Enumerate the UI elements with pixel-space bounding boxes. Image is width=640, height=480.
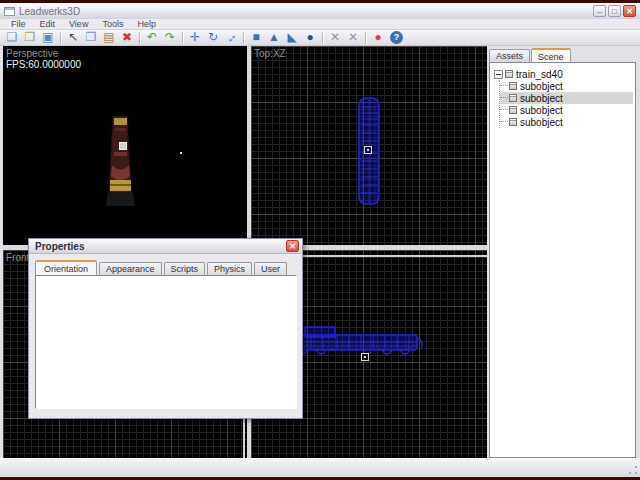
- tree-child-label: subobject: [520, 81, 563, 92]
- zoom-extents-icon[interactable]: ✕: [326, 30, 344, 45]
- cone-icon[interactable]: ▲: [265, 30, 283, 45]
- resize-grip-icon[interactable]: [628, 465, 637, 474]
- viewport-top[interactable]: Top:XZ: [251, 46, 487, 245]
- app-window: Leadwerks3D – □ ✕ File Edit View Tools H…: [0, 0, 640, 480]
- subobject-icon: [509, 94, 517, 102]
- toolbar-separator: [60, 32, 61, 44]
- dialog-title-bar[interactable]: Properties ✕: [29, 239, 302, 254]
- train-model-perspective[interactable]: [100, 110, 140, 210]
- title-bar[interactable]: Leadwerks3D – □ ✕: [0, 3, 640, 19]
- side-panel-tabs: Assets Scene: [489, 47, 572, 62]
- toolbar-separator: [322, 32, 323, 44]
- properties-dialog: Properties ✕ Orientation Appearance Scri…: [28, 238, 303, 419]
- tree-child-row[interactable]: subobject: [500, 92, 633, 104]
- new-file-icon[interactable]: ❏: [3, 30, 21, 45]
- tab-appearance[interactable]: Appearance: [99, 262, 162, 275]
- tree-child-label: subobject: [520, 105, 563, 116]
- tab-physics[interactable]: Physics: [207, 262, 252, 275]
- tree-child-row[interactable]: subobject: [500, 104, 633, 116]
- tree-root-row[interactable]: train_sd40: [494, 68, 633, 80]
- tree-child-label: subobject: [520, 93, 563, 104]
- help-icon[interactable]: ?: [390, 31, 403, 44]
- status-bar: [0, 458, 640, 477]
- model-icon: [505, 70, 513, 78]
- dialog-title: Properties: [35, 241, 84, 252]
- save-icon[interactable]: ▣: [39, 30, 57, 45]
- toolbar-separator: [365, 32, 366, 44]
- close-icon[interactable]: ✕: [623, 5, 636, 17]
- subobject-icon: [509, 118, 517, 126]
- dialog-close-icon[interactable]: ✕: [286, 240, 299, 252]
- run-game-icon[interactable]: ●: [369, 30, 387, 45]
- dialog-content-area: [35, 275, 297, 409]
- selection-handle[interactable]: [119, 142, 127, 150]
- menu-edit[interactable]: Edit: [33, 19, 63, 29]
- tab-user[interactable]: User: [254, 262, 287, 275]
- toolbar-separator: [182, 32, 183, 44]
- viewport-perspective[interactable]: Perspective FPS:60.0000000: [3, 46, 247, 245]
- menu-tools[interactable]: Tools: [95, 19, 130, 29]
- tree-children: subobject subobject subobject subobject: [499, 80, 633, 128]
- paste-icon[interactable]: ▤: [100, 30, 118, 45]
- tree-child-label: subobject: [520, 117, 563, 128]
- fps-counter: FPS:60.0000000: [6, 59, 81, 70]
- minimize-icon[interactable]: –: [593, 5, 606, 17]
- selection-handle[interactable]: [361, 353, 369, 361]
- maximize-icon[interactable]: □: [608, 5, 621, 17]
- sphere-icon[interactable]: ●: [301, 30, 319, 45]
- redo-icon[interactable]: ↷: [161, 30, 179, 45]
- tree-child-row[interactable]: subobject: [500, 116, 633, 128]
- viewport-label: Front: [6, 252, 29, 263]
- zoom-extents-all-icon[interactable]: ✕: [344, 30, 362, 45]
- toolbar-separator: [139, 32, 140, 44]
- window-controls: – □ ✕: [593, 5, 636, 17]
- light-dot: [180, 152, 182, 154]
- viewport-label: Perspective: [6, 48, 58, 59]
- copy-icon[interactable]: ❐: [82, 30, 100, 45]
- tab-orientation[interactable]: Orientation: [35, 260, 97, 276]
- menu-help[interactable]: Help: [130, 19, 163, 29]
- toolbar: ❏ ❐ ▣ ↖ ❐ ▤ ✖ ↶ ↷ ✛ ↻ ↔ ■ ▲ ◣ ● ✕ ✕ ● ?: [0, 30, 640, 46]
- collapse-icon[interactable]: [494, 70, 503, 79]
- tab-scripts[interactable]: Scripts: [164, 262, 206, 275]
- train-wireframe-side[interactable]: [287, 322, 427, 362]
- menu-view[interactable]: View: [62, 19, 95, 29]
- toolbar-separator: [243, 32, 244, 44]
- scene-tree[interactable]: train_sd40 subobject subobject subobject…: [489, 62, 636, 458]
- menu-file[interactable]: File: [4, 19, 33, 29]
- menu-bar: File Edit View Tools Help: [0, 19, 640, 30]
- undo-icon[interactable]: ↶: [143, 30, 161, 45]
- delete-icon[interactable]: ✖: [118, 30, 136, 45]
- tab-assets[interactable]: Assets: [489, 49, 530, 62]
- subobject-icon: [509, 82, 517, 90]
- app-icon: [4, 7, 15, 16]
- tab-scene[interactable]: Scene: [531, 48, 571, 63]
- dialog-tabs: Orientation Appearance Scripts Physics U…: [35, 259, 289, 275]
- viewport-label: Top:XZ: [254, 48, 286, 59]
- select-arrow-icon[interactable]: ↖: [64, 30, 82, 45]
- window-title: Leadwerks3D: [19, 6, 80, 17]
- move-icon[interactable]: ✛: [186, 30, 204, 45]
- subobject-icon: [509, 106, 517, 114]
- wedge-icon[interactable]: ◣: [283, 30, 301, 45]
- tree-child-row[interactable]: subobject: [500, 80, 633, 92]
- open-icon[interactable]: ❐: [21, 30, 39, 45]
- cube-icon[interactable]: ■: [247, 30, 265, 45]
- selection-handle[interactable]: [364, 146, 372, 154]
- tree-root-label: train_sd40: [516, 69, 563, 80]
